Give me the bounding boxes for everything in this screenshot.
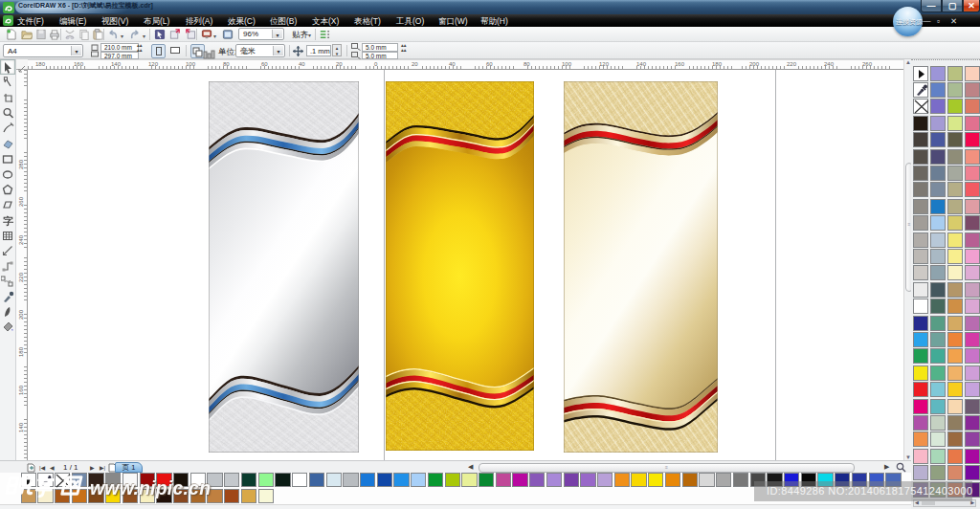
svg-text:字: 字	[3, 214, 13, 226]
